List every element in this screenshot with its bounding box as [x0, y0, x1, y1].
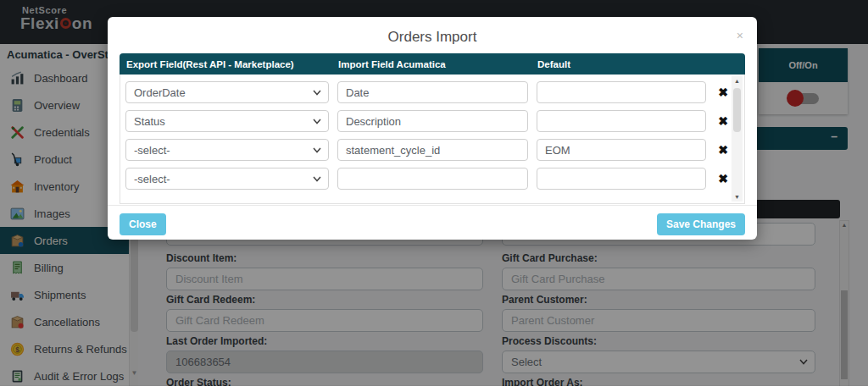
- default-value-input[interactable]: [537, 81, 706, 103]
- default-value-input[interactable]: [537, 139, 706, 161]
- export-field-select[interactable]: OrderDate: [125, 81, 329, 103]
- delete-row-icon[interactable]: ✖: [715, 86, 732, 98]
- close-icon[interactable]: ×: [732, 27, 748, 44]
- import-field-input[interactable]: [337, 139, 528, 161]
- mapping-row: Status ✖: [125, 110, 727, 132]
- field-mapping-table-header: Export Field(Rest API - Marketplace) Imp…: [120, 53, 745, 75]
- export-field-select[interactable]: -select-: [125, 168, 329, 190]
- default-value-input[interactable]: [537, 168, 706, 190]
- modal-table-scrollbar[interactable]: ▲ ▼: [732, 76, 743, 202]
- export-field-select-wrap: Status: [125, 110, 329, 132]
- default-value-input[interactable]: [537, 110, 706, 132]
- field-mapping-table-body: OrderDate ✖ Status ✖: [120, 75, 745, 204]
- column-header-default: Default: [537, 59, 707, 69]
- scroll-down-arrow-icon[interactable]: ▼: [732, 194, 743, 200]
- page: NetScore Flexion Acumatica - OverSto Das…: [0, 0, 868, 392]
- import-field-input[interactable]: [337, 168, 528, 190]
- delete-row-icon[interactable]: ✖: [715, 144, 732, 156]
- orders-import-modal: Orders Import × Export Field(Rest API - …: [108, 17, 757, 240]
- field-mapping-table: Export Field(Rest API - Marketplace) Imp…: [120, 53, 745, 204]
- import-field-input[interactable]: [337, 81, 528, 103]
- column-header-export-field: Export Field(Rest API - Marketplace): [126, 59, 330, 69]
- scroll-up-arrow-icon[interactable]: ▲: [732, 78, 743, 84]
- delete-row-icon[interactable]: ✖: [715, 173, 732, 185]
- mapping-row: -select- ✖: [125, 168, 727, 190]
- mapping-row: -select- ✖: [125, 139, 727, 161]
- modal-footer: Close Save Changes: [108, 205, 757, 240]
- page-bottom-edge: [0, 386, 868, 392]
- export-field-select-wrap: -select-: [125, 139, 329, 161]
- close-button[interactable]: Close: [120, 213, 166, 235]
- modal-title: Orders Import: [108, 29, 757, 46]
- save-changes-button[interactable]: Save Changes: [657, 213, 745, 235]
- column-header-import-field: Import Field Acumatica: [338, 59, 529, 69]
- export-field-select[interactable]: Status: [125, 110, 329, 132]
- delete-row-icon[interactable]: ✖: [715, 115, 732, 127]
- modal-scrollbar-thumb[interactable]: [733, 88, 741, 132]
- export-field-select[interactable]: -select-: [125, 139, 329, 161]
- mapping-row: OrderDate ✖: [125, 81, 727, 103]
- export-field-select-wrap: OrderDate: [125, 81, 329, 103]
- export-field-select-wrap: -select-: [125, 168, 329, 190]
- import-field-input[interactable]: [337, 110, 528, 132]
